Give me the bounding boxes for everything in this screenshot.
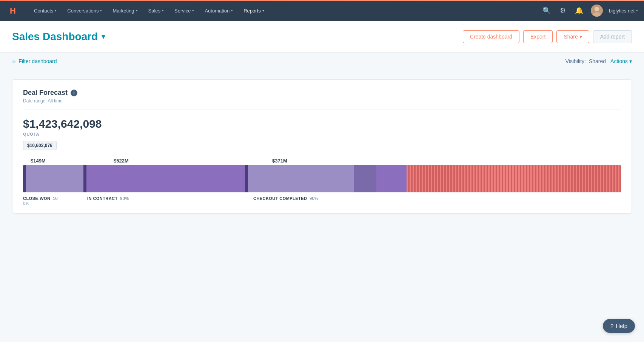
chevron-down-icon: ▾ bbox=[102, 32, 105, 41]
chevron-down-icon: ▾ bbox=[162, 9, 164, 12]
nav-service-label: Service bbox=[174, 8, 191, 14]
export-button[interactable]: Export bbox=[523, 30, 553, 43]
share-button[interactable]: Share ▾ bbox=[556, 30, 589, 43]
nav-automation[interactable]: Automation ▾ bbox=[199, 0, 238, 21]
nav-conversations-label: Conversations bbox=[67, 8, 99, 14]
chart-date-range: Date range: All time bbox=[23, 98, 621, 104]
chevron-down-icon: ▾ bbox=[231, 9, 233, 12]
filter-label: Filter dashboard bbox=[18, 58, 57, 64]
seg-label-checkout: CHECKOUT COMPLETED 90% bbox=[253, 196, 621, 201]
nav-reports-label: Reports bbox=[243, 8, 261, 14]
nav-contacts[interactable]: Contacts ▾ bbox=[29, 0, 62, 21]
deal-forecast-card: Deal Forecast i Date range: All time $1,… bbox=[12, 79, 632, 214]
dashboard-title[interactable]: Sales Dashboard ▾ bbox=[12, 31, 105, 43]
seg-close-won-dark bbox=[23, 165, 26, 192]
chevron-down-icon: ▾ bbox=[100, 9, 102, 12]
visibility-prefix: Visibility: bbox=[565, 58, 586, 64]
hubspot-logo[interactable]: H bbox=[6, 4, 20, 17]
chart-title: Deal Forecast bbox=[23, 89, 68, 97]
create-dashboard-button[interactable]: Create dashboard bbox=[463, 30, 519, 43]
help-icon: ? bbox=[610, 323, 613, 329]
chart-title-row: Deal Forecast i bbox=[23, 89, 621, 97]
nav-right-actions: 🔍 ⚙ 🔔 biglytics.net ▾ bbox=[541, 5, 638, 17]
chevron-down-icon: ▾ bbox=[136, 9, 138, 12]
notifications-button[interactable]: 🔔 bbox=[573, 5, 585, 16]
dashboard-title-text: Sales Dashboard bbox=[12, 31, 98, 43]
seg-in-contract-dark bbox=[83, 165, 86, 192]
actions-dropdown[interactable]: Actions ▾ bbox=[610, 58, 632, 64]
nav-marketing-label: Marketing bbox=[112, 8, 134, 14]
divider bbox=[23, 110, 621, 110]
search-icon: 🔍 bbox=[542, 6, 551, 15]
header-actions: Create dashboard Export Share ▾ Add repo… bbox=[463, 30, 632, 43]
info-icon[interactable]: i bbox=[71, 90, 77, 96]
tooltip-value: $10,602,076 bbox=[27, 143, 52, 148]
gear-icon: ⚙ bbox=[560, 6, 566, 15]
chevron-down-icon: ▾ bbox=[192, 9, 194, 12]
nav-bar: H Contacts ▾ Conversations ▾ Marketing ▾… bbox=[0, 0, 644, 21]
bar-label-3: $371M bbox=[272, 158, 287, 164]
avatar[interactable] bbox=[591, 5, 603, 17]
seg-small2 bbox=[376, 165, 407, 192]
nav-service[interactable]: Service ▾ bbox=[169, 0, 199, 21]
seg-in-contract-main bbox=[86, 165, 245, 192]
nav-reports[interactable]: Reports ▾ bbox=[238, 0, 270, 21]
chart-tooltip: $10,602,076 bbox=[23, 141, 57, 150]
search-button[interactable]: 🔍 bbox=[541, 5, 552, 16]
account-name-label: biglytics.net bbox=[609, 8, 635, 14]
nav-sales-label: Sales bbox=[148, 8, 161, 14]
chevron-down-icon: ▾ bbox=[636, 9, 638, 12]
help-label: Help bbox=[616, 323, 627, 329]
seg-label-in-contract: IN CONTRACT 90% bbox=[87, 196, 253, 201]
share-label: Share bbox=[564, 34, 578, 40]
seg-small1 bbox=[354, 165, 376, 192]
settings-button[interactable]: ⚙ bbox=[558, 5, 567, 16]
help-button[interactable]: ? Help bbox=[603, 319, 635, 333]
actions-label: Actions bbox=[610, 58, 628, 64]
seg-striped bbox=[407, 165, 621, 192]
chevron-down-icon: ▾ bbox=[55, 9, 57, 12]
svg-text:H: H bbox=[10, 6, 16, 15]
visibility-value: Shared bbox=[589, 58, 606, 64]
main-content: Deal Forecast i Date range: All time $1,… bbox=[0, 70, 644, 339]
nav-marketing[interactable]: Marketing ▾ bbox=[107, 0, 143, 21]
chevron-down-icon: ▾ bbox=[579, 34, 582, 40]
chevron-down-icon: ▾ bbox=[629, 58, 632, 64]
seg-checkout-main bbox=[248, 165, 354, 192]
bar-segment-labels: CLOSE-WON 10 0% IN CONTRACT 90% CHECKOUT… bbox=[23, 196, 621, 206]
filter-right: Visibility: Shared Actions ▾ bbox=[565, 58, 632, 64]
seg-label-close-won: CLOSE-WON 10 0% bbox=[23, 196, 87, 206]
nav-contacts-label: Contacts bbox=[34, 8, 53, 14]
chevron-down-icon: ▾ bbox=[262, 9, 264, 12]
bar-labels: $149M $522M $371M bbox=[23, 153, 621, 164]
bar-label-1: $149M bbox=[31, 158, 46, 164]
nav-links: Contacts ▾ Conversations ▾ Marketing ▾ S… bbox=[29, 0, 541, 21]
svg-point-3 bbox=[595, 7, 599, 11]
quota-label: QUOTA bbox=[23, 132, 621, 136]
filter-icon: ≡ bbox=[12, 58, 15, 65]
add-report-button: Add report bbox=[593, 30, 632, 43]
bar-label-2: $522M bbox=[114, 158, 129, 164]
bell-icon: 🔔 bbox=[575, 6, 583, 15]
stacked-bar bbox=[23, 165, 621, 192]
seg-checkout-dark bbox=[245, 165, 248, 192]
quota-amount: $1,423,642,098 bbox=[23, 118, 621, 130]
account-name[interactable]: biglytics.net ▾ bbox=[609, 8, 638, 14]
page-header: Sales Dashboard ▾ Create dashboard Expor… bbox=[0, 21, 644, 53]
avatar-image bbox=[591, 5, 603, 17]
nav-automation-label: Automation bbox=[205, 8, 230, 14]
filter-dashboard-button[interactable]: ≡ Filter dashboard bbox=[12, 58, 57, 65]
seg-close-won-main bbox=[26, 165, 83, 192]
filter-bar: ≡ Filter dashboard Visibility: Shared Ac… bbox=[0, 53, 644, 70]
nav-conversations[interactable]: Conversations ▾ bbox=[62, 0, 107, 21]
nav-sales[interactable]: Sales ▾ bbox=[143, 0, 169, 21]
